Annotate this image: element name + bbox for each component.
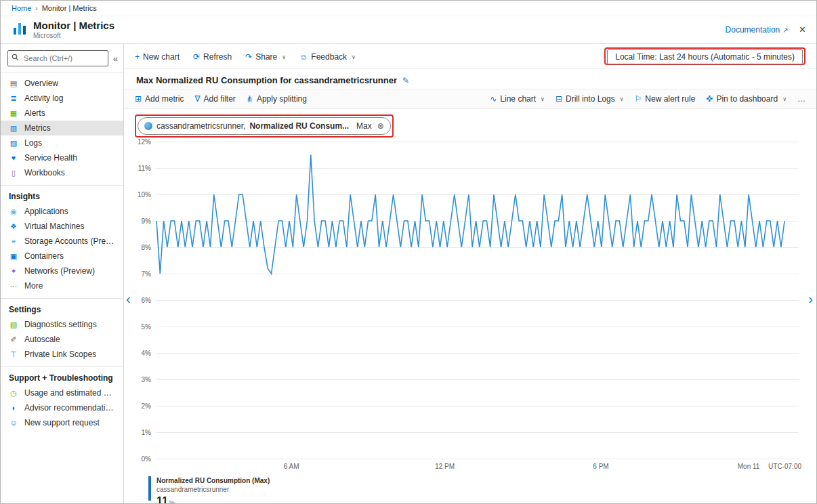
chart-plot[interactable] xyxy=(156,142,799,459)
x-tick-label: 6 PM xyxy=(593,463,608,470)
page-subtitle: Microsoft xyxy=(33,33,114,40)
chart-title: Max Normalized RU Consumption for cassan… xyxy=(136,75,397,85)
networks-preview-icon: ✦ xyxy=(9,267,18,276)
command-bar: +New chart⟳Refresh↷Share∨☺Feedback∨ Loca… xyxy=(124,44,816,69)
y-tick-label: 11% xyxy=(138,164,151,171)
toolbar-pin-to-dashboard[interactable]: ✜Pin to dashboard∨ xyxy=(706,94,787,104)
documentation-label: Documentation xyxy=(726,25,780,35)
highlight-box-time-range: Local Time: Last 24 hours (Automatic - 5… xyxy=(604,47,805,65)
share-icon: ↷ xyxy=(245,52,252,62)
divider xyxy=(1,185,123,186)
sidebar-item-alerts[interactable]: ▦Alerts xyxy=(1,106,123,121)
documentation-link[interactable]: Documentation ↗ xyxy=(726,25,789,35)
command-share[interactable]: ↷Share∨ xyxy=(245,52,286,62)
close-icon[interactable]: × xyxy=(799,24,805,36)
sidebar-item-more[interactable]: ⋯More xyxy=(1,278,123,293)
sidebar-item-label: Containers xyxy=(24,251,64,261)
toolbar-add-metric[interactable]: ⊞Add metric xyxy=(135,94,184,104)
breadcrumb: Home › Monitor | Metrics xyxy=(1,1,816,16)
command-label: Line chart xyxy=(500,94,536,104)
search-input[interactable] xyxy=(22,54,104,63)
storage-accounts-preview-icon: ≡ xyxy=(9,237,18,245)
breadcrumb-current[interactable]: Monitor | Metrics xyxy=(42,4,97,12)
legend-value: 11% xyxy=(156,495,270,504)
command-refresh[interactable]: ⟳Refresh xyxy=(193,52,232,62)
logs-icon: ▨ xyxy=(9,139,18,148)
line-chart-icon: ∿ xyxy=(490,94,497,104)
refresh-icon: ⟳ xyxy=(193,52,200,62)
sidebar-item-workbooks[interactable]: ▯Workbooks xyxy=(1,165,123,180)
y-tick-label: 8% xyxy=(142,243,151,251)
x-axis-labels: UTC-07:00 6 AM12 PM6 PMMon 11 xyxy=(156,463,799,472)
toolbar-add-filter[interactable]: ∇Add filter xyxy=(194,94,235,104)
time-range-button[interactable]: Local Time: Last 24 hours (Automatic - 5… xyxy=(607,49,803,64)
chart-page-left-icon[interactable]: ‹ xyxy=(126,292,131,306)
sidebar-item-private-link-scopes[interactable]: ⊤Private Link Scopes xyxy=(1,347,123,362)
add-filter-icon: ∇ xyxy=(194,94,200,104)
sidebar-item-storage-accounts-preview[interactable]: ≡Storage Accounts (Preview) xyxy=(1,234,123,249)
command-new-chart[interactable]: +New chart xyxy=(135,52,180,62)
command-label: New chart xyxy=(143,52,180,62)
command-label: Pin to dashboard xyxy=(716,94,778,104)
sidebar-item-label: Activity log xyxy=(24,93,63,103)
activity-log-icon: ≣ xyxy=(9,94,18,103)
command-label: Share xyxy=(255,52,277,62)
sidebar-item-containers[interactable]: ▣Containers xyxy=(1,249,123,264)
title-block: Monitor | Metrics Microsoft xyxy=(33,20,114,39)
remove-metric-icon[interactable]: ⊗ xyxy=(377,121,384,131)
sidebar-item-service-health[interactable]: ♥Service Health xyxy=(1,150,123,165)
sidebar-item-label: Diagnostics settings xyxy=(24,320,97,329)
sidebar-item-label: Networks (Preview) xyxy=(24,266,95,276)
sidebar-item-activity-log[interactable]: ≣Activity log xyxy=(1,91,123,106)
toolbar-apply-splitting[interactable]: ⋔Apply splitting xyxy=(247,94,307,104)
sidebar-item-autoscale[interactable]: ✐Autoscale xyxy=(1,332,123,347)
x-tick-label: Mon 11 xyxy=(738,463,760,470)
metric-pill-scope: cassandrametricsrunner, xyxy=(156,121,245,131)
header-right: Documentation ↗ × xyxy=(726,24,805,36)
sidebar-item-label: New support request xyxy=(24,418,100,427)
breadcrumb-home[interactable]: Home xyxy=(12,4,31,12)
legend-resource-name: cassandrametricsrunner xyxy=(156,485,270,494)
search-box xyxy=(7,50,108,66)
toolbar-new-alert-rule[interactable]: ⚐New alert rule xyxy=(635,94,696,104)
sidebar-item-usage-and-estimated-costs[interactable]: ◷Usage and estimated costs xyxy=(1,385,123,400)
command-label: Add metric xyxy=(145,94,184,104)
autoscale-icon: ✐ xyxy=(9,335,18,344)
sidebar-item-label: Alerts xyxy=(24,108,45,118)
legend-value-unit: % xyxy=(169,499,175,504)
sidebar-item-metrics[interactable]: ▥Metrics xyxy=(1,121,123,135)
command-feedback[interactable]: ☺Feedback∨ xyxy=(299,52,356,62)
page-title: Monitor | Metrics xyxy=(33,20,114,31)
sidebar-item-applications[interactable]: ◉Applications xyxy=(1,204,123,219)
sidebar-item-diagnostics-settings[interactable]: ▧Diagnostics settings xyxy=(1,317,123,332)
chart-page-right-icon[interactable]: › xyxy=(808,292,813,306)
command-label: Refresh xyxy=(203,52,232,62)
toolbar-more[interactable]: … xyxy=(797,94,805,104)
search-icon xyxy=(12,54,19,63)
sidebar-nav: ▤Overview≣Activity log▦Alerts▥Metrics▨Lo… xyxy=(1,76,123,430)
sidebar: « ▤Overview≣Activity log▦Alerts▥Metrics▨… xyxy=(1,44,124,503)
toolbar-line-chart[interactable]: ∿Line chart∨ xyxy=(490,94,545,104)
page-header: Monitor | Metrics Microsoft Documentatio… xyxy=(1,16,816,44)
usage-and-estimated-costs-icon: ◷ xyxy=(9,389,18,398)
sidebar-item-networks-preview[interactable]: ✦Networks (Preview) xyxy=(1,264,123,278)
edit-title-icon[interactable]: ✎ xyxy=(402,76,409,85)
sidebar-item-virtual-machines[interactable]: ❖Virtual Machines xyxy=(1,219,123,234)
external-link-icon: ↗ xyxy=(782,26,788,34)
y-tick-label: 1% xyxy=(142,429,151,436)
sidebar-collapse-icon[interactable]: « xyxy=(111,54,120,64)
chart-toolbar-left: ⊞Add metric∇Add filter⋔Apply splitting xyxy=(135,94,318,104)
x-tick-label: 6 AM xyxy=(284,463,299,470)
pin-to-dashboard-icon: ✜ xyxy=(706,94,713,104)
metric-line-series xyxy=(156,155,784,274)
metric-pill[interactable]: cassandrametricsrunner, Normalized RU Co… xyxy=(138,117,391,135)
sidebar-search-row: « xyxy=(1,44,123,72)
legend-value-number: 11 xyxy=(156,495,168,504)
sidebar-item-overview[interactable]: ▤Overview xyxy=(1,76,123,91)
sidebar-item-logs[interactable]: ▨Logs xyxy=(1,135,123,150)
sidebar-item-new-support-request[interactable]: ☺New support request xyxy=(1,415,123,430)
toolbar-drill-into-logs[interactable]: ⊟Drill into Logs∨ xyxy=(556,94,624,104)
breadcrumb-separator-icon: › xyxy=(35,5,37,12)
sidebar-item-advisor-recommendations[interactable]: ◗Advisor recommendations xyxy=(1,400,123,415)
main: +New chart⟳Refresh↷Share∨☺Feedback∨ Loca… xyxy=(124,44,816,503)
